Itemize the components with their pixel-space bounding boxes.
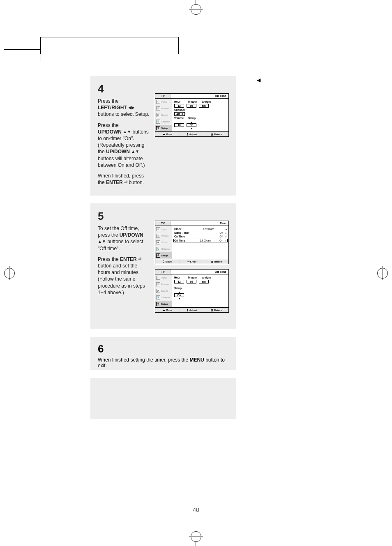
osd-figure-off-time: TV Off Time ▭Input ▥Picture 🔈Sound 📡Chan… bbox=[155, 269, 229, 313]
osd-label: Setup bbox=[174, 287, 186, 290]
up-down-arrows-icon: ▲▼ bbox=[131, 150, 139, 154]
osd-sidebar: ▭Input ▥Picture 🔈Sound 📡Channel ⚙Setup bbox=[155, 274, 172, 307]
osd-label: Off Time bbox=[174, 239, 191, 242]
body-text: buttons to select Setup. bbox=[98, 111, 149, 117]
channel-icon: 📡 bbox=[156, 295, 160, 299]
osd-label: On Time bbox=[174, 235, 191, 238]
menu-icon: ▥ bbox=[211, 309, 213, 311]
sidebar-item-label: Sound bbox=[161, 290, 168, 292]
body-text-bold: ENTER bbox=[106, 180, 123, 185]
body-text: Press the bbox=[98, 122, 119, 128]
osd-label: am/pm bbox=[202, 276, 214, 279]
sidebar-item-label: Setup bbox=[161, 254, 168, 257]
osd-value: 12:05 am bbox=[194, 239, 217, 242]
osd-value: Off bbox=[194, 235, 223, 238]
left-right-arrows-icon: ◀▶ bbox=[128, 106, 135, 110]
channel-icon: 📡 bbox=[156, 247, 160, 251]
setup-icon: ⚙ bbox=[156, 126, 160, 130]
trim-mark bbox=[4, 12, 41, 50]
blank-grey-box bbox=[90, 378, 236, 419]
step-4-text: 4 Press the LEFT/RIGHT ◀▶ buttons to sel… bbox=[98, 82, 150, 190]
picture-icon: ▥ bbox=[156, 282, 160, 286]
setup-icon: ⚙ bbox=[156, 302, 160, 306]
osd-label: Channel bbox=[174, 108, 191, 111]
osd-label: Minute bbox=[188, 276, 200, 279]
right-caret-icon: ▸ bbox=[226, 235, 227, 238]
body-text-bold: LEFT/RIGHT bbox=[98, 105, 127, 111]
osd-footer-label: Move bbox=[166, 133, 172, 136]
body-text: Press the bbox=[98, 98, 119, 104]
down-caret-icon: ▾ bbox=[179, 297, 180, 300]
sidebar-item-label: Input bbox=[161, 276, 166, 279]
sidebar-item-label: Sound bbox=[161, 241, 168, 244]
body-text-bold: UP/DOWN bbox=[120, 232, 143, 238]
sidebar-item-label: Channel bbox=[161, 120, 170, 123]
osd-label: Setup bbox=[188, 117, 200, 120]
osd-corner-title: Off Time bbox=[215, 270, 226, 273]
body-text: When finished setting the timer, press t… bbox=[98, 357, 189, 363]
crop-mark-right bbox=[376, 265, 392, 281]
sound-icon: 🔈 bbox=[156, 113, 160, 117]
sidebar-item-label: Picture bbox=[161, 235, 169, 237]
enter-icon: ⏎ bbox=[124, 180, 127, 184]
step-5-text: 5 To set the Off time, press the UP/DOWN… bbox=[98, 209, 150, 313]
menu-icon: ▥ bbox=[211, 260, 213, 263]
osd-tv-label: TV bbox=[155, 270, 171, 274]
setup-icon: ⚙ bbox=[156, 253, 160, 258]
sidebar-item-label: Channel bbox=[161, 248, 170, 250]
sidebar-item-label: Setup bbox=[161, 303, 168, 305]
body-text-bold: UP/DOWN bbox=[98, 129, 122, 135]
menu-icon: ▥ bbox=[211, 133, 213, 136]
left-right-arrows-icon: ◂▸ bbox=[163, 133, 165, 136]
step-4-section: 4 Press the LEFT/RIGHT ◀▶ buttons to sel… bbox=[90, 76, 236, 196]
left-right-arrows-icon: ◂▸ bbox=[163, 309, 165, 311]
nav-arrow-left-icon: ◀ bbox=[257, 77, 261, 83]
osd-sidebar: ▭Input ▥Picture 🔈Sound 📡Channel ⚙Setup bbox=[155, 226, 172, 259]
body-text: button and set the hours and minutes. (F… bbox=[98, 263, 145, 295]
step-5-section: 5 To set the Off time, press the UP/DOWN… bbox=[90, 203, 236, 329]
osd-tv-label: TV bbox=[155, 221, 171, 226]
body-text: buttons will alternate between On and Of… bbox=[98, 156, 145, 168]
osd-footer-label: Adjust bbox=[189, 309, 197, 311]
up-down-arrows-icon: ▴▾ bbox=[187, 133, 188, 136]
osd-value: 12 bbox=[174, 280, 184, 283]
osd-corner-title: On Time bbox=[215, 94, 226, 97]
step-6-section: 6 When finished setting the timer, press… bbox=[90, 337, 236, 370]
osd-label: am/pm bbox=[202, 100, 214, 103]
osd-tv-label: TV bbox=[155, 94, 171, 98]
sidebar-item-label: Picture bbox=[161, 107, 169, 110]
enter-icon: ⏎ bbox=[187, 260, 189, 263]
osd-value: am bbox=[199, 104, 209, 108]
osd-footer-label: Return bbox=[214, 260, 222, 263]
osd-value: 12:00 am bbox=[194, 228, 223, 230]
crop-mark-top bbox=[188, 0, 204, 16]
right-caret-icon: ▸ bbox=[226, 231, 227, 234]
up-down-arrows-icon: ▴▾ bbox=[163, 260, 164, 263]
osd-footer-label: Return bbox=[214, 133, 222, 136]
body-text-bold: MENU bbox=[189, 357, 204, 363]
picture-icon: ▥ bbox=[156, 106, 160, 111]
osd-footer-label: Move bbox=[166, 309, 172, 311]
osd-pane: Hour Minute am/pm 12 05 am Channel bbox=[172, 99, 228, 131]
input-icon: ▭ bbox=[156, 276, 160, 280]
sidebar-item-label: Setup bbox=[161, 127, 168, 129]
right-caret-icon: ▸ bbox=[226, 228, 227, 230]
osd-value: 12 bbox=[174, 104, 184, 108]
osd-pane: Hour Minute am/pm 12 05 am Setup bbox=[172, 274, 228, 307]
osd-label: Hour bbox=[174, 100, 186, 103]
sidebar-item-label: Sound bbox=[161, 114, 168, 116]
osd-value: 05 bbox=[187, 280, 196, 283]
step-number: 6 bbox=[98, 343, 229, 355]
sidebar-item-label: Input bbox=[161, 228, 166, 230]
page: ◀ 4 Press the LEFT/RIGHT ◀▶ buttons to s… bbox=[0, 0, 392, 546]
osd-value: On bbox=[187, 123, 196, 127]
osd-label: Clock bbox=[174, 228, 191, 230]
osd-pane: Clock 12:00 am ▸ Sleep Timer Off ▸ On Ti… bbox=[172, 226, 228, 259]
osd-footer-label: Move bbox=[166, 260, 172, 263]
osd-figure-on-time: TV On Time ▭Input ▥Picture 🔈Sound 📡Chann… bbox=[155, 93, 229, 137]
crop-mark-left bbox=[0, 265, 16, 281]
osd-corner-title: Time bbox=[220, 222, 226, 225]
sound-icon: 🔈 bbox=[156, 240, 160, 244]
up-caret-icon: ▴ bbox=[191, 120, 192, 123]
sound-icon: 🔈 bbox=[156, 289, 160, 293]
